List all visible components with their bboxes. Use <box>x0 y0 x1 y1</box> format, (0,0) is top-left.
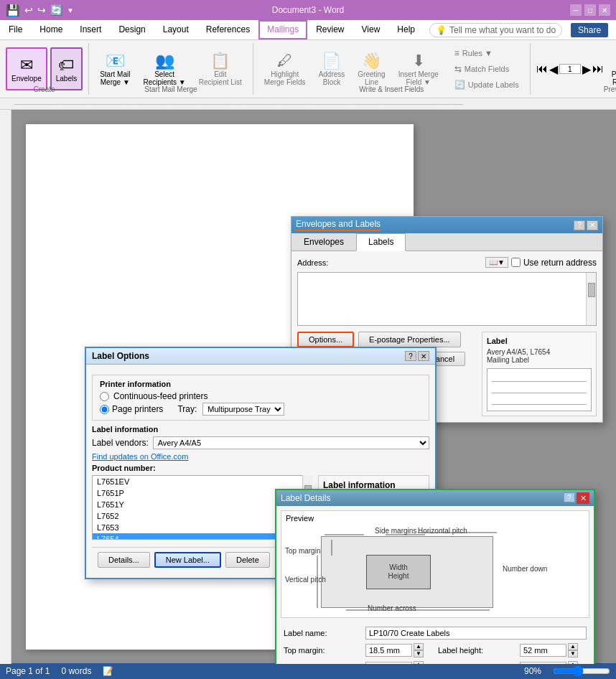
new-label-button[interactable]: New Label... <box>154 552 221 568</box>
next-icon[interactable]: ▶ <box>582 62 591 76</box>
preview-results-button[interactable]: 👁 PreviewResults <box>607 47 616 90</box>
share-button[interactable]: Share <box>571 23 608 37</box>
side-margin-up[interactable]: ▲ <box>414 661 424 664</box>
zoom-level: 90% <box>524 666 541 676</box>
delete-button[interactable]: Delete <box>225 552 270 568</box>
rules-group: ≡ Rules ▼ ⇆ Match Fields 🔄 Update Labels <box>449 46 524 92</box>
top-margin-spin: ▲ ▼ <box>365 643 424 657</box>
e-postage-button[interactable]: E-postage Properties... <box>358 332 461 347</box>
tab-file[interactable]: File <box>0 20 31 39</box>
label-details-titlebar: Label Details ? ✕ <box>276 490 594 506</box>
tab-design[interactable]: Design <box>110 20 154 39</box>
num-across-annot: Number across <box>368 604 416 612</box>
env-labels-close[interactable]: ✕ <box>587 220 598 230</box>
find-updates-link[interactable]: Find updates on Office.com <box>92 452 429 461</box>
label-options-close[interactable]: ✕ <box>418 351 429 361</box>
undo-icon[interactable]: ↩ <box>24 4 33 16</box>
label-details-help[interactable]: ? <box>564 492 575 502</box>
zoom-slider[interactable] <box>553 665 610 677</box>
insert-merge-field-button: ⬇ Insert MergeField ▼ <box>393 47 444 90</box>
label-width-up[interactable]: ▲ <box>568 661 578 664</box>
label-details-close[interactable]: ✕ <box>577 492 589 504</box>
tab-insert[interactable]: Insert <box>71 20 110 39</box>
tell-me-box[interactable]: 💡 Tell me what you want to do <box>429 23 562 37</box>
vert-pitch-annot: Vertical pitch <box>285 576 326 584</box>
ribbon-group-mail-merge: 📧 Start MailMerge ▼ 👥 SelectRecipients ▼… <box>89 43 253 95</box>
label-width-input[interactable] <box>520 662 566 664</box>
minimize-button[interactable]: ─ <box>570 4 582 16</box>
details-button[interactable]: Details... <box>98 552 150 568</box>
label-name-input[interactable] <box>365 627 587 640</box>
create-group-label: Create <box>34 85 55 93</box>
tab-view[interactable]: View <box>353 20 389 39</box>
tray-select[interactable]: Multipurpose Tray <box>202 403 284 416</box>
select-recipients-button[interactable]: 👥 SelectRecipients ▼ <box>138 47 190 90</box>
label-height-input[interactable] <box>520 644 566 657</box>
prev-icon[interactable]: ◀ <box>549 62 558 76</box>
labels-button[interactable]: 🏷 Labels <box>50 47 83 90</box>
label-options-controls: ? ✕ <box>405 351 429 361</box>
envelope-button[interactable]: ✉ Envelope <box>6 47 47 90</box>
select-recipients-icon: 👥 <box>155 52 174 70</box>
top-margin-row: Top margin: ▲ ▼ <box>284 643 432 657</box>
top-margin-up[interactable]: ▲ <box>414 643 424 650</box>
page-printers-radio[interactable] <box>100 405 109 414</box>
rules-icon: ≡ <box>454 48 459 58</box>
start-mail-merge-button[interactable]: 📧 Start MailMerge ▼ <box>95 47 135 90</box>
redo-icon[interactable]: ↪ <box>37 4 46 16</box>
label-height-down[interactable]: ▼ <box>568 650 578 657</box>
page-printers-label: Page printers <box>112 404 163 414</box>
vendor-select[interactable]: Avery A4/A5 <box>153 436 429 449</box>
label-options-title: Label Options <box>92 351 149 361</box>
record-input[interactable] <box>559 64 581 74</box>
match-fields-button: ⇆ Match Fields <box>449 62 524 76</box>
prev-record-icon[interactable]: ⏮ <box>536 62 548 75</box>
main-area: Envelopes and Labels ? ✕ Envelopes Label… <box>0 110 616 664</box>
options-button[interactable]: Options... <box>297 332 354 347</box>
select-recipients-label: SelectRecipients ▼ <box>143 70 185 86</box>
close-button[interactable]: ✕ <box>599 4 610 16</box>
tab-mailings[interactable]: Mailings <box>258 20 307 39</box>
envelopes-tab[interactable]: Envelopes <box>291 233 356 250</box>
start-mail-merge-icon: 📧 <box>106 52 125 70</box>
top-margin-input[interactable] <box>365 644 412 657</box>
tab-home[interactable]: Home <box>31 20 71 39</box>
address-textarea[interactable] <box>298 273 596 323</box>
tray-label: Tray: <box>177 404 197 414</box>
tab-help[interactable]: Help <box>388 20 424 39</box>
use-return-checkbox[interactable] <box>511 258 521 267</box>
update-labels-button: 🔄 Update Labels <box>449 78 524 92</box>
edit-recipients-button: 📋 EditRecipient List <box>194 47 247 90</box>
ribbon-group-create: ✉ Envelope 🏷 Labels Create <box>0 43 89 95</box>
tab-references[interactable]: References <box>197 20 258 39</box>
address-book-button[interactable]: 📖▼ <box>485 257 508 268</box>
continuous-radio[interactable] <box>100 392 109 401</box>
lightbulb-icon: 💡 <box>436 25 447 35</box>
address-scroll-thumb <box>588 283 595 297</box>
label-options-help[interactable]: ? <box>405 351 416 361</box>
quick-access-dropdown[interactable]: ▼ <box>67 6 74 14</box>
label-width-spin-buttons: ▲ ▼ <box>568 661 578 664</box>
label-height-up[interactable]: ▲ <box>568 643 578 650</box>
autosave-icon[interactable]: 🔄 <box>50 4 62 16</box>
label-details-title: Label Details <box>281 493 330 503</box>
product-l7651ev[interactable]: L7651EV <box>93 476 312 487</box>
side-margin-input[interactable] <box>365 662 412 664</box>
env-labels-help[interactable]: ? <box>574 220 585 230</box>
wh-label: WidthHeight <box>388 563 409 581</box>
labels-label: Labels <box>56 75 77 83</box>
label-type-text: Mailing Label <box>487 356 592 364</box>
printer-info-label: Printer information <box>100 380 421 388</box>
top-margin-down[interactable]: ▼ <box>414 650 424 657</box>
title-bar-left: 💾 ↩ ↪ 🔄 ▼ <box>6 4 74 17</box>
page-rect: WidthHeight <box>321 536 493 608</box>
env-labels-title: Envelopes and Labels <box>296 219 381 231</box>
tab-review[interactable]: Review <box>307 20 353 39</box>
page-printers-row: Page printers Tray: Multipurpose Tray <box>100 403 421 416</box>
tab-layout[interactable]: Layout <box>154 20 197 39</box>
labels-tab[interactable]: Labels <box>356 233 406 251</box>
mail-merge-group-label: Start Mail Merge <box>144 85 197 93</box>
maximize-button[interactable]: □ <box>584 4 596 16</box>
next-record-icon[interactable]: ⏭ <box>592 62 604 75</box>
label-width-spin: ▲ ▼ <box>520 661 578 664</box>
